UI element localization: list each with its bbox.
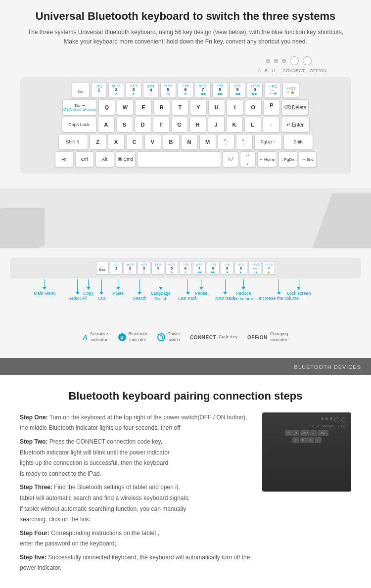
img-key-p: P (300, 437, 307, 443)
key-f12[interactable]: + F12 = 🔒 (282, 82, 299, 98)
key-slash[interactable]: ? / (223, 151, 238, 167)
key-f6[interactable]: ^ F6 6 ⊕ (178, 82, 193, 98)
key-caps-lock[interactable]: Caps Lock (62, 117, 96, 133)
img-key-2: )9 (292, 430, 299, 436)
key-w[interactable]: W (117, 99, 134, 115)
key-ctrl[interactable]: Ctrl (75, 151, 94, 167)
key-period[interactable]: > .} (236, 134, 253, 150)
sk-4[interactable]: $ F44□ (151, 262, 164, 274)
key-f[interactable]: F (153, 117, 170, 133)
sk-9[interactable]: ( F99◀ (221, 262, 233, 274)
key-z[interactable]: Z (90, 134, 106, 150)
key-j[interactable]: J (208, 117, 225, 133)
key-space[interactable] (137, 151, 221, 167)
ind-label-connect: CONNECT (283, 68, 305, 73)
img-key-delete: Del (318, 430, 328, 436)
key-i[interactable]: I (227, 99, 243, 115)
key-h[interactable]: H (189, 117, 206, 133)
step-two-label: Step Two: (20, 438, 47, 445)
key-cmd[interactable]: ⌘ Cmd (116, 151, 136, 167)
key-k[interactable]: K (226, 117, 243, 133)
bluetooth-icon: B (118, 333, 126, 341)
img-indicator-labels: A B U CONNECT OFFON (267, 424, 346, 427)
label-language: LanguageSwitch (151, 291, 171, 302)
key-tab[interactable]: Tab ⇥ iOS Android Windows (62, 99, 97, 115)
key-semicolon[interactable]: : ; (263, 117, 279, 133)
sub-description: The three systems Universal Bluetooth ke… (20, 28, 351, 46)
arrow-copy: Copy (83, 279, 93, 296)
key-backslash[interactable]: : ;\ (240, 151, 256, 167)
sk-8[interactable]: * F88▶▶ (207, 262, 220, 274)
sk-11[interactable]: — F11——◀ (248, 262, 261, 274)
key-m[interactable]: M (199, 134, 216, 150)
sk-1[interactable]: ! F11□ (110, 262, 123, 274)
keyboard-row-5: Fn Ctrl Alt ⌘ Cmd ? / : ;\ ← Home ↓ PgDn (24, 151, 347, 167)
key-f8[interactable]: * F8 8 ▶▶ (212, 82, 228, 98)
key-f3[interactable]: # F3 3 ✗ (126, 82, 141, 98)
key-a[interactable]: A (98, 117, 115, 133)
sk-7[interactable]: & F77◀◀ (193, 262, 206, 274)
key-f10[interactable]: ) F10 0 ▶▶ (247, 82, 263, 98)
key-r[interactable]: R (153, 99, 170, 115)
img-key-q: Q (292, 437, 299, 443)
legend-row: A Sensitiveindicator B Bluetoothindicato… (10, 331, 361, 343)
key-l[interactable]: L (244, 117, 261, 133)
key-shift-right[interactable]: PgUp ↑ (254, 134, 282, 150)
key-f5[interactable]: % F5 5 🔍 (160, 82, 176, 98)
key-b[interactable]: B (163, 134, 180, 150)
sk-2[interactable]: @ F22✗ (124, 262, 137, 274)
key-fn[interactable]: Fn (55, 151, 74, 167)
key-g[interactable]: G (171, 117, 188, 133)
sk-6[interactable]: ^ F66⊕ (179, 262, 192, 274)
key-f11[interactable]: — F11 — — ◀ (264, 82, 281, 98)
key-f7[interactable]: & F7 7 ◀◀ (195, 82, 211, 98)
key-d[interactable]: D (135, 117, 151, 133)
sk-tilde[interactable]: ~ `Esc (96, 262, 109, 274)
key-end[interactable]: → End (299, 151, 317, 167)
legend-connect-text: Code key (219, 334, 237, 340)
step-three-text-3: if tablet without automatic searching fu… (20, 505, 186, 512)
key-q[interactable]: Q (98, 99, 115, 115)
key-f1[interactable]: ! F1 1 □ (91, 82, 107, 98)
key-shift-right-2[interactable]: Shift (283, 134, 313, 150)
sk-12[interactable]: + F12=🔒 (262, 262, 275, 274)
key-home[interactable]: ← Home (257, 151, 277, 167)
sk-5[interactable]: % F55🔍 (165, 262, 178, 274)
key-f9[interactable]: ( F9 9 ◀◀ (230, 82, 245, 98)
key-p[interactable]: P" (263, 99, 280, 115)
key-f4[interactable]: $ F4 4 □ (143, 82, 159, 98)
key-alt[interactable]: Alt (95, 151, 114, 167)
img-key-bracket2: ] (315, 437, 322, 443)
key-t[interactable]: T (172, 99, 188, 115)
function-labels-area: Main Menu Select All Copy Cut Paste (10, 279, 361, 324)
sk-10[interactable]: ) F100▶ (234, 262, 247, 274)
key-n[interactable]: N (181, 134, 198, 150)
bluetooth-banner: BLUETOOTH DEVICES (0, 358, 371, 375)
key-u[interactable]: U (208, 99, 225, 115)
key-x[interactable]: X (108, 134, 125, 150)
key-c[interactable]: C (126, 134, 143, 150)
key-delete[interactable]: ⌫ Delete (281, 99, 309, 115)
key-shift-left[interactable]: Shift ⇧ (58, 134, 88, 150)
img-dot-2 (325, 417, 328, 420)
sk-3[interactable]: # F33✗ (138, 262, 150, 274)
img-key-3: —F11 (300, 430, 310, 436)
legend-power: Powerswitch (157, 331, 181, 343)
indicator-circle-offon (303, 56, 312, 65)
legend-connect: CONNECT Code key (190, 334, 237, 340)
key-y[interactable]: Y (190, 99, 207, 115)
key-tilde-esc[interactable]: ~ ` Esc (72, 82, 90, 98)
power-icon (157, 333, 165, 341)
key-v[interactable]: V (144, 134, 161, 150)
step-three-text-2: tablet will automatic search and find a … (20, 495, 190, 501)
step-two-text-3: lights up the connection is successful, … (20, 459, 168, 466)
indicator-labels: A B U CONNECT OFF/ON (20, 68, 351, 73)
key-comma[interactable]: < ,{ (218, 134, 234, 150)
arrow-lock-screen: Lock screen (287, 279, 311, 296)
key-enter[interactable]: ↵ Enter (281, 117, 310, 133)
key-s[interactable]: S (116, 117, 133, 133)
key-o[interactable]: O (245, 99, 262, 115)
key-f2[interactable]: @ F2 2 ✗ (108, 82, 124, 98)
key-e[interactable]: E (135, 99, 152, 115)
key-pgdn[interactable]: ↓ PgDn (278, 151, 297, 167)
